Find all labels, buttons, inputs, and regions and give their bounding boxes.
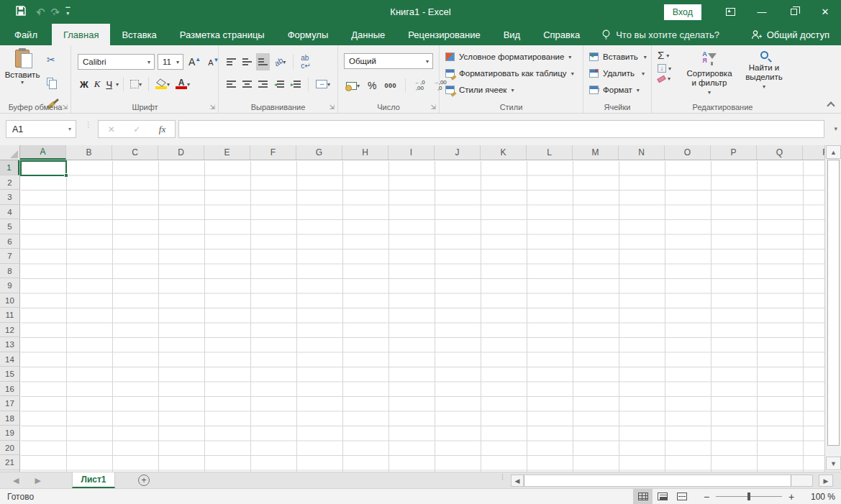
row-header-3[interactable]: 3 [0, 190, 19, 205]
row-header-15[interactable]: 15 [0, 367, 19, 382]
vertical-scrollbar[interactable]: ▲ ▼ [824, 145, 841, 472]
enter-icon[interactable]: ✓ [133, 124, 140, 134]
tab-review[interactable]: Рецензирование [396, 24, 491, 45]
accounting-format-button[interactable]: ▾ [344, 77, 362, 94]
tab-formulas[interactable]: Формулы [276, 24, 340, 45]
page-break-view-button[interactable] [672, 489, 691, 504]
paste-button[interactable]: Вставить ▾ [4, 48, 40, 98]
sort-filter-button[interactable]: АЯ Сортировка и фильтр▾ [683, 48, 735, 97]
restore-button[interactable] [778, 0, 809, 24]
tab-home[interactable]: Главная [52, 24, 110, 45]
font-name-combo[interactable]: Calibri▾ [78, 54, 155, 70]
next-sheet-button[interactable]: ▶ [35, 476, 40, 485]
column-header-O[interactable]: O [665, 145, 711, 160]
undo-button[interactable]: ↶▾ [36, 6, 41, 18]
borders-button[interactable]: ▾ [128, 75, 144, 93]
column-header-G[interactable]: G [296, 145, 342, 160]
fill-color-button[interactable]: ▾ [153, 75, 172, 93]
ribbon-display-options-button[interactable] [714, 0, 746, 24]
increase-decimal-button[interactable]: ←,0,00 [412, 77, 427, 94]
row-header-12[interactable]: 12 [0, 323, 19, 338]
save-icon[interactable] [16, 6, 26, 18]
customize-qat-button[interactable]: ▔▾ [65, 9, 70, 15]
row-header-16[interactable]: 16 [0, 382, 19, 397]
column-header-D[interactable]: D [158, 145, 204, 160]
fill-button[interactable]: ↓▾ [658, 64, 671, 73]
redo-button[interactable]: ↷▾ [51, 6, 56, 18]
cells-area[interactable] [21, 161, 824, 472]
row-header-10[interactable]: 10 [0, 293, 19, 308]
decrease-indent-button[interactable]: ◂ [272, 75, 286, 93]
column-header-Q[interactable]: Q [757, 145, 803, 160]
increase-font-button[interactable]: A▲ [186, 53, 203, 70]
column-header-B[interactable]: B [66, 145, 112, 160]
align-top-button[interactable] [224, 53, 238, 70]
vertical-scroll-thumb[interactable] [827, 160, 840, 446]
row-header-14[interactable]: 14 [0, 352, 19, 367]
copy-button[interactable]: ▾ [45, 73, 58, 90]
collapse-ribbon-button[interactable] [828, 101, 834, 107]
scroll-right-button[interactable]: ▶ [819, 475, 833, 487]
column-header-C[interactable]: C [112, 145, 158, 160]
zoom-out-button[interactable]: − [701, 491, 712, 503]
row-header-6[interactable]: 6 [0, 234, 19, 249]
scroll-left-button[interactable]: ◀ [512, 475, 524, 486]
tab-data[interactable]: Данные [340, 24, 396, 45]
delete-cells-button[interactable]: Удалить▾ [589, 65, 647, 81]
horizontal-scroll-thumb[interactable] [524, 475, 791, 486]
expand-formula-bar-icon[interactable]: ▾ [834, 125, 837, 132]
column-header-E[interactable]: E [204, 145, 250, 160]
font-color-button[interactable]: А▾ [173, 75, 192, 93]
tab-insert[interactable]: Вставка [110, 24, 168, 45]
column-header-M[interactable]: M [573, 145, 619, 160]
number-format-combo[interactable]: Общий▾ [344, 53, 433, 69]
zoom-in-button[interactable]: + [786, 491, 796, 503]
bold-button[interactable]: Ж [78, 75, 91, 93]
cell-styles-button[interactable]: Стили ячеек▾ [445, 82, 574, 98]
select-all-corner[interactable] [0, 145, 20, 160]
wrap-text-button[interactable]: abc↵ [299, 53, 312, 70]
name-box[interactable]: A1 ▾ [6, 120, 76, 138]
close-button[interactable]: ✕ [809, 0, 841, 24]
row-header-13[interactable]: 13 [0, 337, 19, 352]
number-dialog-launcher[interactable]: ⇲ [430, 104, 436, 111]
new-sheet-button[interactable]: + [138, 475, 150, 486]
column-header-L[interactable]: L [527, 145, 573, 160]
row-header-4[interactable]: 4 [0, 205, 19, 220]
merge-center-button[interactable]: ▾ [314, 75, 332, 93]
conditional-formatting-button[interactable]: Условное форматирование▾ [445, 49, 574, 65]
row-header-18[interactable]: 18 [0, 411, 19, 426]
zoom-slider[interactable] [716, 496, 782, 498]
align-middle-button[interactable] [240, 53, 254, 70]
format-as-table-button[interactable]: Форматировать как таблицу▾ [445, 65, 574, 81]
row-header-9[interactable]: 9 [0, 278, 19, 293]
row-header-20[interactable]: 20 [0, 441, 19, 456]
clipboard-dialog-launcher[interactable]: ⇲ [62, 104, 68, 111]
page-layout-view-button[interactable] [653, 489, 672, 504]
fill-handle[interactable] [64, 173, 68, 178]
row-header-19[interactable]: 19 [0, 426, 19, 441]
increase-indent-button[interactable]: ▸ [288, 75, 303, 93]
scroll-up-button[interactable]: ▲ [826, 145, 841, 159]
column-header-R[interactable]: R [803, 145, 824, 160]
normal-view-button[interactable] [633, 489, 653, 504]
row-header-5[interactable]: 5 [0, 219, 19, 234]
comma-style-button[interactable]: 000 [382, 77, 399, 94]
column-header-H[interactable]: H [342, 145, 388, 160]
column-header-N[interactable]: N [619, 145, 665, 160]
column-header-J[interactable]: J [435, 145, 481, 160]
tell-me-box[interactable]: Что вы хотите сделать? [591, 24, 729, 45]
percent-style-button[interactable]: % [365, 77, 378, 94]
zoom-level-label[interactable]: 100 % [804, 492, 835, 502]
cut-button[interactable]: ✂ [45, 51, 58, 68]
row-header-11[interactable]: 11 [0, 308, 19, 323]
tab-page-layout[interactable]: Разметка страницы [168, 24, 276, 45]
column-header-F[interactable]: F [250, 145, 296, 160]
row-header-2[interactable]: 2 [0, 175, 19, 191]
active-cell-a1[interactable] [20, 160, 67, 176]
minimize-button[interactable]: — [746, 0, 778, 24]
formula-input[interactable] [178, 120, 824, 138]
formula-bar-grip[interactable]: ⋮ [85, 123, 92, 127]
sign-in-button[interactable]: Вход [664, 4, 701, 20]
row-header-1[interactable]: 1 [0, 160, 19, 175]
